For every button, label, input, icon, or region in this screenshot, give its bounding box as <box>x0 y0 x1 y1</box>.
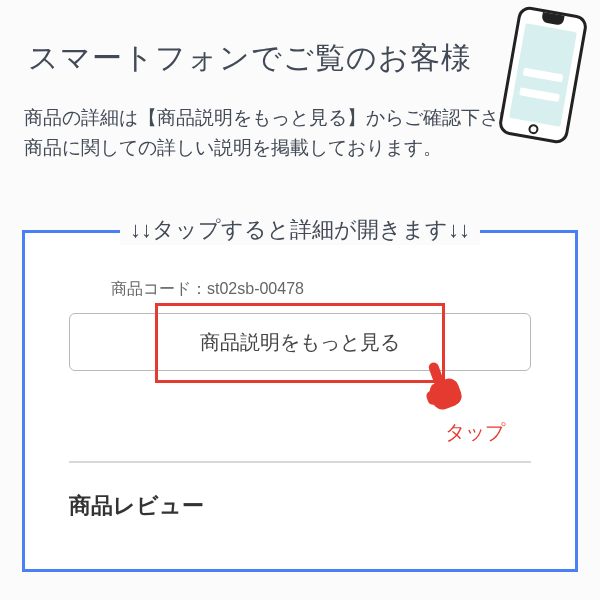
show-more-description-label: 商品説明をもっと見る <box>200 329 400 356</box>
description-line: 商品に関しての詳しい説明を掲載しております。 <box>24 137 442 158</box>
tap-label: タップ <box>445 419 505 446</box>
show-more-description-button[interactable]: 商品説明をもっと見る <box>69 313 531 371</box>
description-line: 商品の詳細は【商品説明をもっと見る】からご確認下さい。 <box>24 107 537 128</box>
divider <box>69 461 531 463</box>
product-code-value: st02sb-00478 <box>207 280 304 297</box>
product-code: 商品コード：st02sb-00478 <box>111 279 304 300</box>
instruction-frame: ↓↓タップすると詳細が開きます↓↓ 商品コード：st02sb-00478 商品説… <box>22 230 578 572</box>
product-code-label: 商品コード： <box>111 280 207 297</box>
review-heading: 商品レビュー <box>69 491 204 521</box>
frame-legend: ↓↓タップすると詳細が開きます↓↓ <box>120 215 480 245</box>
